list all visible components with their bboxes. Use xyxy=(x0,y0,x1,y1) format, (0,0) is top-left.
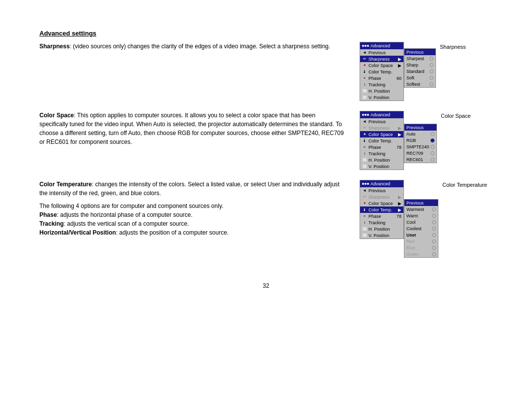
menu-title-text: Advanced xyxy=(370,112,390,117)
track-icon: ↕ xyxy=(362,151,367,156)
item-text: Phase xyxy=(368,76,395,81)
submenu-soft: Soft xyxy=(404,74,435,81)
phase-text: Phase: adjusts the horizontal phase of a… xyxy=(39,210,345,219)
dots xyxy=(362,114,369,116)
colortemp-menus: Advanced ◄ Previous ✏ Sharpness ▶ ✦ xyxy=(360,180,493,258)
phase-bold: Phase xyxy=(39,211,57,218)
radio-warmest xyxy=(432,207,436,211)
dot1 xyxy=(362,183,364,185)
bottom-text: The following 4 options are for computer… xyxy=(39,202,345,237)
track-icon: ↕ xyxy=(362,220,367,225)
sharp-icon: ✏ xyxy=(362,57,367,61)
sharpness-osd-wrapper: Advanced ◄ Previous ✏ Sharpness ▶ ✦ xyxy=(360,42,466,101)
dot3 xyxy=(367,183,369,185)
radio-sharpest xyxy=(430,57,433,61)
ct-icon: 🌡 xyxy=(362,207,367,212)
menu-item-vpos: ⬜ V. Position xyxy=(360,163,403,170)
colortemp-label: Color Temperature xyxy=(442,182,487,188)
sharp-icon: ✏ xyxy=(362,195,367,199)
colortemp-submenu: Previous Warmest Warm Cool xyxy=(404,199,438,258)
item-text: V. Position xyxy=(368,233,401,238)
hpos-icon: ⬜ xyxy=(362,158,367,162)
phase-icon: ≈ xyxy=(362,145,367,149)
menu-item-vpos: ⬜ V. Position xyxy=(360,94,403,101)
track-icon: ↕ xyxy=(362,82,367,87)
radio-blue xyxy=(432,246,436,250)
menu-item-phase: ≈ Phase 78 xyxy=(360,144,403,150)
dot3 xyxy=(367,45,369,47)
menu-item-colortemp-sel: 🌡 Color Temp. ▶ xyxy=(360,206,403,213)
sharpness-text: Sharpness: (video sources only) changes … xyxy=(39,42,360,51)
colortemp-osd-wrapper: Advanced ◄ Previous ✏ Sharpness ▶ ✦ xyxy=(360,180,487,258)
menu-item-vpos: ⬜ V. Position xyxy=(360,232,403,239)
submenu-item-text: SMPTE240 xyxy=(406,144,429,149)
arrow-right-icon: ▶ xyxy=(398,132,401,137)
item-text: H. Position xyxy=(368,89,401,94)
submenu-item-text: Warm xyxy=(406,213,418,218)
menu-item-colorspace-sel: ✦ Color Space ▶ xyxy=(360,131,403,137)
submenu-item-text: Softest xyxy=(406,82,420,87)
colorspace-text: Color Space: This option applies to comp… xyxy=(39,111,360,146)
hvpos-text: Horizontal/Vertical Position: adjusts th… xyxy=(39,228,345,237)
menu-item-colortemp: 🌡 Color Temp. xyxy=(360,68,403,75)
radio-cool xyxy=(432,220,436,224)
dots xyxy=(362,183,369,185)
radio-user xyxy=(432,233,436,237)
cs-icon: ✦ xyxy=(362,63,367,68)
item-text: V. Position xyxy=(368,164,401,169)
colorspace-section: Color Space: This option applies to comp… xyxy=(39,111,493,170)
radio-green xyxy=(432,252,436,256)
radio-rgb xyxy=(431,138,434,142)
dot2 xyxy=(365,45,366,47)
submenu-header: Previous xyxy=(404,124,436,131)
submenu-standard: Standard xyxy=(404,68,435,74)
page-number: 32 xyxy=(39,282,493,289)
sharpness-menus: Advanced ◄ Previous ✏ Sharpness ▶ ✦ xyxy=(360,42,493,101)
radio-rec601 xyxy=(431,158,434,162)
arrow-right-icon: ▶ xyxy=(398,126,401,131)
submenu-smpte: SMPTE240 xyxy=(404,143,436,150)
colorspace-submenu: Previous Auto RGB SMPTE240 xyxy=(404,124,437,163)
menu-title-text: Advanced xyxy=(370,43,390,48)
radio-rec709 xyxy=(431,151,434,155)
submenu-header-text: Previous xyxy=(406,125,424,130)
item-text: Sharpness xyxy=(368,57,397,62)
menu-item-hpos: ⬜ H. Position xyxy=(360,88,403,94)
sharpness-main-menu: Advanced ◄ Previous ✏ Sharpness ▶ ✦ xyxy=(360,42,404,101)
following-text: The following 4 options are for computer… xyxy=(39,202,345,210)
ct-icon: 🌡 xyxy=(362,138,367,143)
sharpness-label: Sharpness xyxy=(440,44,466,50)
radio-standard xyxy=(430,69,433,73)
sharpness-bold: Sharpness xyxy=(39,43,69,50)
colorspace-bold: Color Space xyxy=(39,112,74,119)
submenu-rgb: RGB xyxy=(404,137,436,143)
radio-smpte xyxy=(431,145,434,149)
submenu-cool: Cool xyxy=(404,219,438,225)
submenu-item-text: Coolest xyxy=(406,226,422,231)
sharpness-title-bar: Advanced xyxy=(360,42,403,49)
vpos-icon: ⬜ xyxy=(362,165,367,169)
submenu-item-text: Warmest xyxy=(406,207,424,212)
menu-item-colorspace: ✦ Color Space ▶ xyxy=(360,200,403,206)
radio-softest xyxy=(430,82,433,86)
menu-item-hpos: ⬜ H. Position xyxy=(360,226,403,232)
hpos-icon: ⬜ xyxy=(362,89,367,93)
submenu-header: Previous xyxy=(404,49,435,55)
radio-red xyxy=(432,240,436,243)
submenu-warm: Warm xyxy=(404,212,438,219)
item-text: Tracking xyxy=(368,82,401,87)
item-text: Color Temp. xyxy=(368,69,401,74)
submenu-item-text: Soft xyxy=(406,75,414,80)
item-text: Phase xyxy=(368,145,395,150)
hpos-icon: ⬜ xyxy=(362,227,367,231)
submenu-item-text: Green xyxy=(406,252,419,257)
sharp-icon: ✏ xyxy=(362,126,367,130)
arrow-right-icon: ▶ xyxy=(398,201,401,206)
menu-item-tracking: ↕ Tracking xyxy=(360,219,403,226)
menu-item-tracking: ↕ Tracking xyxy=(360,81,403,88)
menu-item-sharpness: ✏ Sharpness ▶ xyxy=(360,56,403,62)
arrow-right-icon: ▶ xyxy=(398,207,401,212)
sharpness-desc: : (video sources only) changes the clari… xyxy=(69,43,330,50)
phase-value: 60 xyxy=(397,76,401,81)
dot3 xyxy=(367,114,369,116)
